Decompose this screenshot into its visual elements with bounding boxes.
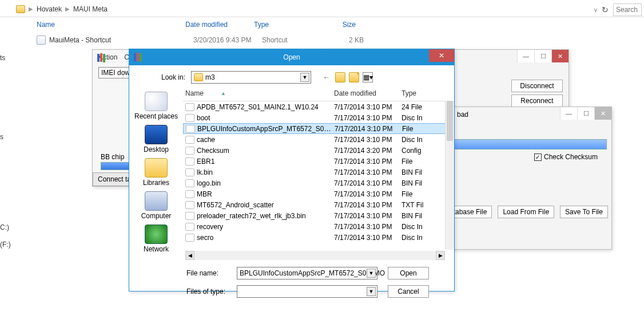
chevron-down-icon[interactable]: ▼ [367, 287, 376, 296]
scroll-left-icon[interactable]: ◀ [185, 251, 194, 260]
column-size[interactable]: Size [321, 21, 356, 29]
minimize-button[interactable]: — [560, 107, 577, 120]
file-name-input[interactable]: BPLGUInfoCustomAppSrcP_MT6572_S00_MO ▼ [237, 267, 377, 279]
chevron-down-icon[interactable]: v [594, 7, 597, 13]
horizontal-scrollbar[interactable]: ◀ ▶ [185, 251, 445, 260]
file-name: MauiMeta - Shortcut [49, 36, 193, 44]
minimize-button[interactable]: — [517, 50, 534, 62]
file-list-header[interactable]: Name▲ Date modified Type [183, 87, 454, 101]
vertical-scrollbar[interactable] [445, 101, 454, 250]
refresh-icon[interactable]: ↻ [602, 5, 609, 14]
file-row[interactable]: logo.bin 7/17/2014 3:10 PM BIN Fil [183, 178, 454, 188]
explorer-file-row[interactable]: MauiMeta - Shortcut 3/20/2016 9:43 PM Sh… [37, 36, 364, 45]
open-button[interactable]: Open [388, 267, 429, 279]
place-libraries[interactable]: Libraries [143, 158, 169, 187]
close-button[interactable]: ✕ [594, 107, 611, 120]
file-type-select[interactable]: ▼ [237, 285, 377, 298]
file-date: 7/17/2014 3:10 PM [334, 179, 401, 187]
dialog-titlebar[interactable]: Open ✕ [129, 49, 454, 65]
maximize-button[interactable]: ☐ [534, 50, 551, 62]
open-dialog: Open ✕ Look in: m3 ▼ ← ✦ ▦▾ Recent place… [129, 49, 455, 292]
file-row[interactable]: secro 7/17/2014 3:10 PM Disc In [183, 232, 454, 242]
file-icon [185, 223, 194, 231]
view-menu-icon[interactable]: ▦▾ [363, 72, 373, 82]
cancel-button[interactable]: Cancel [388, 285, 429, 298]
look-in-select[interactable]: m3 ▼ [191, 71, 311, 84]
file-type-label: Files of type: [186, 288, 226, 296]
checkbox-icon[interactable]: ✓ [534, 153, 542, 161]
file-date: 7/17/2014 3:10 PM [334, 136, 401, 144]
column-name[interactable]: Name [37, 21, 185, 29]
place-desktop[interactable]: Desktop [144, 125, 169, 153]
progress-bar [446, 139, 607, 149]
file-name: APDB_MT6572_S01_MAIN2.1_W10.24 [197, 103, 334, 111]
maximize-button[interactable]: ☐ [577, 107, 594, 120]
file-date: 7/17/2014 3:10 PM [334, 158, 401, 166]
reconnect-button[interactable]: Reconnect [511, 94, 563, 107]
file-row[interactable]: lk.bin 7/17/2014 3:10 PM BIN Fil [183, 167, 454, 178]
breadcrumb-item[interactable]: MAUI Meta [73, 5, 108, 13]
close-button[interactable]: ✕ [429, 49, 454, 62]
breadcrumb-item[interactable]: Hovatek [37, 5, 62, 13]
search-input[interactable] [613, 3, 642, 16]
file-row[interactable]: cache 7/17/2014 3:10 PM Disc In [183, 134, 454, 145]
back-icon[interactable]: ← [321, 72, 332, 82]
file-name-value: BPLGUInfoCustomAppSrcP_MT6572_S00_MO [240, 269, 385, 277]
file-name: secro [197, 234, 334, 242]
file-row[interactable]: recovery 7/17/2014 3:10 PM Disc In [183, 221, 454, 232]
file-date: 7/17/2014 3:10 PM [334, 201, 401, 209]
sidebar-fragment: ts [0, 54, 5, 62]
file-row[interactable]: APDB_MT6572_S01_MAIN2.1_W10.24 7/17/2014… [183, 101, 454, 112]
desktop-icon [145, 125, 168, 144]
file-row[interactable]: EBR1 7/17/2014 3:10 PM File [183, 156, 454, 167]
file-row[interactable]: boot 7/17/2014 3:10 PM Disc In [183, 112, 454, 123]
file-date: 3/20/2016 9:43 PM [193, 36, 262, 44]
file-name: boot [197, 114, 334, 122]
file-type: Disc In [401, 136, 432, 144]
look-in-label: Look in: [158, 73, 185, 81]
file-date: 7/17/2014 3:10 PM [334, 190, 401, 198]
header-date[interactable]: Date modified [334, 89, 401, 97]
close-button[interactable]: ✕ [551, 50, 569, 62]
place-computer[interactable]: Computer [141, 191, 172, 220]
file-name: recovery [197, 223, 334, 231]
file-date: 7/17/2014 3:10 PM [334, 234, 401, 242]
file-row[interactable]: MT6572_Android_scatter 7/17/2014 3:10 PM… [183, 199, 454, 210]
file-date: 7/17/2014 3:10 PM [334, 212, 401, 220]
place-recent[interactable]: Recent places [134, 92, 178, 120]
load-from-file-button[interactable]: Load From File [498, 206, 554, 218]
place-network[interactable]: Network [144, 225, 169, 253]
file-icon [185, 114, 194, 122]
explorer-columns: Name Date modified Type Size [37, 21, 356, 29]
file-icon [185, 147, 194, 155]
place-label: Recent places [134, 112, 178, 120]
file-row[interactable]: preloader_ratech72_wet_rlk_jb3.bin 7/17/… [183, 210, 454, 221]
chevron-down-icon[interactable]: ▼ [367, 269, 376, 278]
save-to-file-button[interactable]: Save To File [560, 206, 608, 218]
file-row[interactable]: MBR 7/17/2014 3:10 PM File [183, 188, 454, 199]
column-type[interactable]: Type [254, 21, 321, 29]
file-row[interactable]: Checksum 7/17/2014 3:20 PM Config [183, 145, 454, 156]
computer-icon [145, 191, 168, 211]
file-row[interactable]: BPLGUInfoCustomAppSrcP_MT6572_S00_M... 7… [183, 123, 454, 134]
chevron-down-icon[interactable]: ▼ [300, 73, 309, 82]
header-name[interactable]: Name [185, 89, 204, 97]
file-icon [185, 168, 194, 176]
network-icon [145, 225, 168, 244]
disconnect-button[interactable]: Disconnect [511, 80, 563, 92]
app-icon [96, 52, 108, 64]
scroll-right-icon[interactable]: ▶ [436, 251, 445, 260]
header-type[interactable]: Type [401, 89, 432, 97]
column-date[interactable]: Date modified [185, 21, 254, 29]
bb-chip-label: BB chip [101, 153, 124, 161]
up-folder-icon[interactable] [335, 72, 345, 82]
file-name-label: File name: [186, 269, 226, 277]
scrollbar-thumb[interactable] [447, 101, 453, 141]
check-checksum[interactable]: ✓ Check Checksum [534, 153, 598, 161]
file-icon [185, 234, 194, 242]
file-type: File [401, 158, 432, 166]
new-folder-icon[interactable]: ✦ [349, 72, 359, 82]
file-icon [185, 190, 194, 198]
file-type: BIN Fil [401, 179, 432, 187]
breadcrumb[interactable]: ▶ Hovatek ▶ MAUI Meta [0, 5, 108, 13]
